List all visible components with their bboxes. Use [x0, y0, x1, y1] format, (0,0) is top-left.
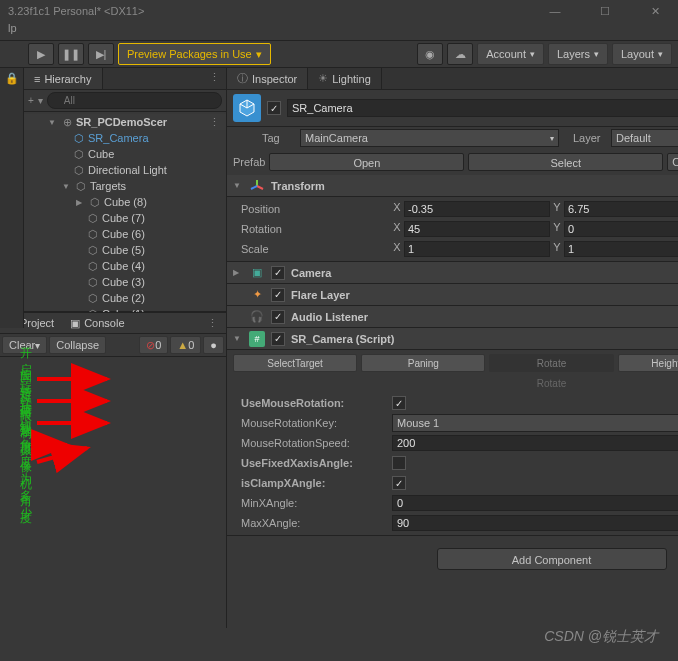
pos-y[interactable]	[564, 201, 678, 217]
layer-dropdown[interactable]: Default	[611, 129, 678, 147]
warn-count[interactable]: ▲0	[170, 336, 201, 354]
lock-icon[interactable]: 🔒	[5, 72, 19, 85]
hierarchy-item[interactable]: ▶⬡Cube (8)	[24, 194, 226, 210]
mouse-rotation-key-dropdown[interactable]: Mouse 1	[392, 414, 678, 432]
account-dropdown[interactable]: Account	[477, 43, 544, 65]
minimize-button[interactable]: —	[540, 5, 570, 18]
tab-paning[interactable]: Paning	[361, 354, 485, 372]
hierarchy-item[interactable]: ⬡Directional Light	[24, 162, 226, 178]
hierarchy-item[interactable]: ▼⬡Targets	[24, 178, 226, 194]
warn-icon: ▲	[177, 339, 188, 351]
camera-enable[interactable]	[271, 266, 285, 280]
bottom-panel-tabs: ▪Project ▣Console ⋮	[0, 312, 226, 334]
error-count[interactable]: ⊘0	[139, 336, 168, 354]
hierarchy-item[interactable]: ⬡Cube (6)	[24, 226, 226, 242]
console-icon: ▣	[70, 317, 80, 330]
hierarchy-item[interactable]: ⬡Cube (4)	[24, 258, 226, 274]
console-tab[interactable]: ▣Console	[62, 314, 132, 333]
flare-icon: ✦	[249, 287, 265, 303]
hierarchy-search[interactable]	[47, 92, 222, 109]
step-button[interactable]: ▶|	[88, 43, 114, 65]
scene-menu-icon[interactable]: ⋮	[209, 116, 226, 129]
inspector-icon: ⓘ	[237, 71, 248, 86]
hierarchy-item[interactable]: ⬡Cube (3)	[24, 274, 226, 290]
menu-item[interactable]: lp	[8, 22, 17, 34]
cloud-icon[interactable]: ☁	[447, 43, 473, 65]
tag-dropdown[interactable]: MainCamera	[300, 129, 559, 147]
use-fixed-xaxis-checkbox[interactable]	[392, 456, 406, 470]
collab-icon[interactable]: ◉	[417, 43, 443, 65]
use-mouse-rotation-checkbox[interactable]	[392, 396, 406, 410]
active-checkbox[interactable]	[267, 101, 281, 115]
mouse-rotation-speed-field[interactable]	[392, 435, 678, 451]
tag-label: Tag	[262, 132, 294, 144]
flare-header[interactable]: ✦Flare Layer?⇄⋮	[227, 284, 678, 306]
scene-row[interactable]: ▼⊕SR_PCDemoScer⋮	[24, 114, 226, 130]
camera-header[interactable]: ▶▣Camera?⇄⋮	[227, 262, 678, 284]
unity-icon: ⊕	[60, 115, 74, 129]
prefab-select-button[interactable]: Select	[468, 153, 663, 171]
max-x-angle-field[interactable]	[392, 515, 678, 531]
audio-enable[interactable]	[271, 310, 285, 324]
hierarchy-tree: ▼⊕SR_PCDemoScer⋮ ⬡SR_Camera ⬡Cube ⬡Direc…	[24, 112, 226, 312]
prefab-overrides-button[interactable]: Overrides	[667, 153, 678, 171]
transform-header[interactable]: ▼ Transform ?⇄⋮	[227, 175, 678, 197]
light-icon: ⬡	[72, 163, 86, 177]
script-header[interactable]: ▼#SR_Camera (Script)?⇄⋮	[227, 328, 678, 350]
object-name-field[interactable]	[287, 99, 678, 117]
hierarchy-item[interactable]: ⬡SR_Camera	[24, 130, 226, 146]
empty-icon: ⬡	[74, 179, 88, 193]
window-title: 3.23f1c1 Personal* <DX11>	[8, 5, 144, 17]
annotation-label: 限制摄像机角度	[20, 408, 32, 527]
hierarchy-item[interactable]: ⬡Cube	[24, 146, 226, 162]
tab-selecttarget[interactable]: SelectTarget	[233, 354, 357, 372]
lighting-tab[interactable]: ☀Lighting	[308, 68, 382, 89]
scl-x[interactable]	[404, 241, 550, 257]
pause-button[interactable]: ❚❚	[58, 43, 84, 65]
gameobject-icon[interactable]	[233, 94, 261, 122]
hierarchy-item[interactable]: ⬡Cube (7)	[24, 210, 226, 226]
close-button[interactable]: ✕	[640, 5, 670, 18]
rot-x[interactable]	[404, 221, 550, 237]
play-button[interactable]: ▶	[28, 43, 54, 65]
scl-y[interactable]	[564, 241, 678, 257]
hierarchy-item[interactable]: ⬡Cube (2)	[24, 290, 226, 306]
transform-icon	[249, 178, 265, 194]
panel-menu-icon[interactable]: ⋮	[203, 317, 222, 330]
add-button[interactable]: +	[28, 95, 34, 106]
audio-icon: 🎧	[249, 309, 265, 325]
prefab-icon: ⬡	[72, 131, 86, 145]
window-titlebar: 3.23f1c1 Personal* <DX11> — ☐ ✕	[0, 0, 678, 22]
hierarchy-item[interactable]: ⬡Cube (5)	[24, 242, 226, 258]
cube-icon: ⬡	[72, 147, 86, 161]
script-icon: #	[249, 331, 265, 347]
flare-enable[interactable]	[271, 288, 285, 302]
lighting-icon: ☀	[318, 72, 328, 85]
add-component-button[interactable]: Add Component	[437, 548, 667, 570]
tab-heightscale[interactable]: Height/Scale	[618, 354, 678, 372]
preview-packages-button[interactable]: Preview Packages in Use▾	[118, 43, 271, 65]
prefab-open-button[interactable]: Open	[269, 153, 464, 171]
svg-line-8	[251, 186, 257, 189]
inspector-tab[interactable]: ⓘInspector	[227, 68, 308, 89]
camera-icon: ▣	[249, 265, 265, 281]
tab-rotate[interactable]: Rotate	[489, 354, 613, 372]
tab-menu-icon[interactable]: ⋮	[203, 68, 226, 89]
maximize-button[interactable]: ☐	[590, 5, 620, 18]
hierarchy-tab[interactable]: ≡ Hierarchy	[24, 68, 103, 89]
svg-line-7	[257, 186, 263, 189]
annotation-overlay: 开启旋转 旋转按钮 旋转速度 固定俯视角度为多少 限制摄像机角度	[0, 357, 226, 479]
collapse-button[interactable]: Collapse	[49, 336, 106, 354]
script-enable[interactable]	[271, 332, 285, 346]
info-count[interactable]: ●	[203, 336, 224, 354]
min-x-angle-field[interactable]	[392, 495, 678, 511]
error-icon: ⊘	[146, 339, 155, 352]
pos-x[interactable]	[404, 201, 550, 217]
layout-dropdown[interactable]: Layout	[612, 43, 672, 65]
rot-y[interactable]	[564, 221, 678, 237]
layers-dropdown[interactable]: Layers	[548, 43, 608, 65]
audio-header[interactable]: 🎧Audio Listener?⇄⋮	[227, 306, 678, 328]
inspector-header: Static▾	[227, 90, 678, 127]
clamp-x-angle-checkbox[interactable]	[392, 476, 406, 490]
watermark: CSDN @锐士英才	[544, 628, 658, 646]
